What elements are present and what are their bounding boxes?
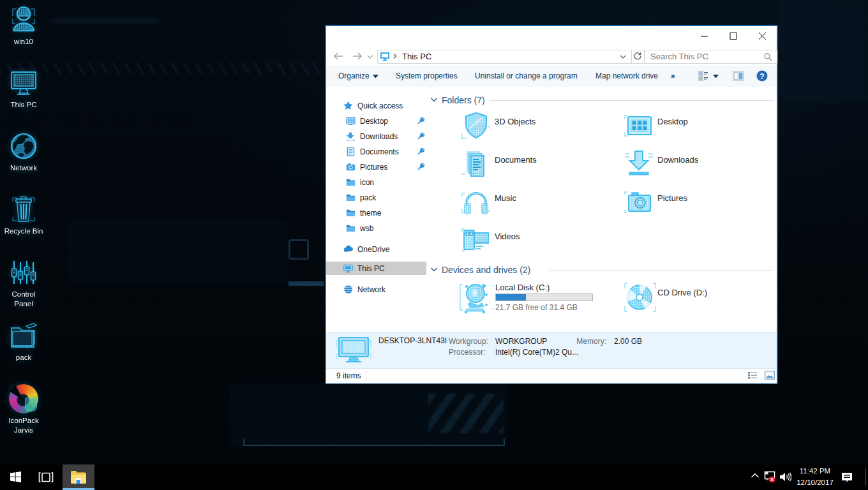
svg-text:?: ? (760, 72, 764, 81)
